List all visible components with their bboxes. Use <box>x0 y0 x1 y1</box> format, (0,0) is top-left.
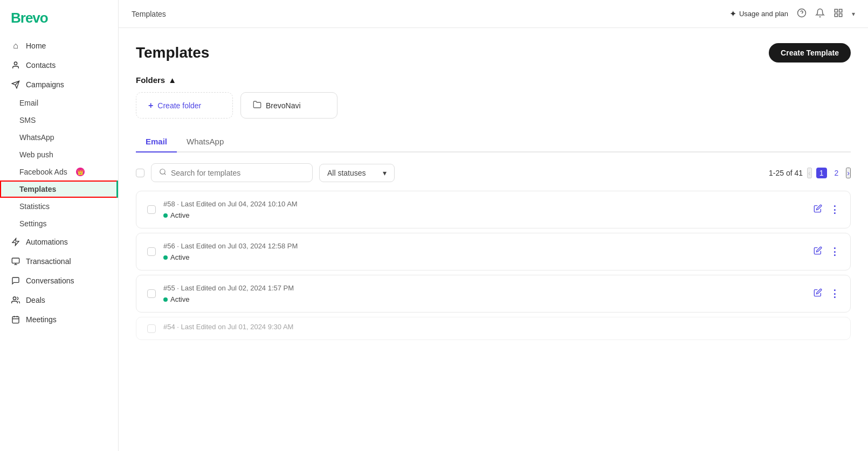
sidebar-label-home: Home <box>26 41 46 50</box>
create-folder-card[interactable]: + Create folder <box>136 92 233 119</box>
folders-label: Folders <box>136 75 165 85</box>
sidebar-item-settings[interactable]: Settings <box>0 215 118 232</box>
search-input[interactable] <box>171 169 305 177</box>
sidebar-label-email: Email <box>19 99 38 107</box>
template-checkbox[interactable] <box>147 289 156 298</box>
main-content: Templates ✦ Usage and plan ▾ Templates C… <box>119 0 868 451</box>
pagination-range: 1-25 of 41 <box>769 169 803 177</box>
template-checkbox[interactable] <box>147 247 156 256</box>
sidebar-label-statistics: Statistics <box>19 202 50 211</box>
sidebar-item-webpush[interactable]: Web push <box>0 146 118 163</box>
edit-icon[interactable] <box>814 246 822 257</box>
sidebar-nav: ⌂ Home Contacts Campaigns Email SMS What… <box>0 34 118 331</box>
filter-row: All statuses ▾ 1-25 of 41 ‹ 1 2 › <box>136 163 851 182</box>
tab-email[interactable]: Email <box>136 131 177 152</box>
status-dropdown-label: All statuses <box>327 169 366 177</box>
sidebar-item-transactional[interactable]: Transactional <box>0 252 118 271</box>
svg-rect-17 <box>835 13 837 16</box>
next-page-button[interactable]: › <box>846 168 851 178</box>
svg-rect-14 <box>835 9 837 12</box>
svg-rect-4 <box>12 258 19 263</box>
folder-name: BrevoNavi <box>266 101 301 110</box>
search-box <box>151 163 313 182</box>
status-label: Active <box>170 211 189 219</box>
help-icon[interactable] <box>797 8 807 20</box>
sidebar-item-deals[interactable]: Deals <box>0 290 118 310</box>
sidebar-label-contacts: Contacts <box>26 61 56 70</box>
svg-line-19 <box>164 174 166 175</box>
select-all-checkbox[interactable] <box>136 169 144 177</box>
sidebar-item-facebook-ads[interactable]: Facebook Ads 👑 <box>0 163 118 181</box>
edit-icon[interactable] <box>814 288 822 299</box>
sidebar-item-campaigns[interactable]: Campaigns <box>0 75 118 94</box>
sidebar-item-meetings[interactable]: Meetings <box>0 310 118 329</box>
sidebar-label-templates: Templates <box>19 185 56 193</box>
transactional-icon <box>11 256 20 266</box>
template-item: #58 · Last Edited on Jul 04, 2024 10:10 … <box>136 191 851 228</box>
facebook-ads-badge: 👑 <box>76 168 85 176</box>
sidebar-label-whatsapp: WhatsApp <box>19 133 54 142</box>
sidebar-label-deals: Deals <box>26 296 45 304</box>
usage-and-plan-button[interactable]: ✦ Usage and plan <box>729 9 788 19</box>
more-options-icon[interactable]: ⋮ <box>830 246 839 258</box>
template-status: Active <box>163 295 806 303</box>
conversations-icon <box>11 276 20 286</box>
grid-icon[interactable] <box>833 8 843 20</box>
sidebar-item-automations[interactable]: Automations <box>0 232 118 252</box>
template-meta: #56 · Last Edited on Jul 03, 2024 12:58 … <box>163 242 806 250</box>
sidebar-label-transactional: Transactional <box>26 257 71 266</box>
search-icon <box>159 168 167 177</box>
usage-plan-icon: ✦ <box>729 9 736 19</box>
notifications-icon[interactable] <box>815 8 825 20</box>
content-area: Templates Create Template Folders ▲ + Cr… <box>119 28 868 451</box>
sidebar-item-contacts[interactable]: Contacts <box>0 55 118 75</box>
folders-header[interactable]: Folders ▲ <box>136 75 851 85</box>
template-checkbox[interactable] <box>147 324 156 333</box>
svg-rect-15 <box>839 9 842 12</box>
brand-logo[interactable]: Brevo <box>0 0 118 34</box>
edit-icon[interactable] <box>814 204 822 215</box>
template-actions: ⋮ <box>814 246 839 258</box>
more-options-icon[interactable]: ⋮ <box>830 204 839 216</box>
svg-point-7 <box>13 297 16 300</box>
content-tabs: Email WhatsApp <box>136 131 851 152</box>
template-item: #55 · Last Edited on Jul 02, 2024 1:57 P… <box>136 275 851 313</box>
folder-icon <box>253 100 261 110</box>
sidebar-item-whatsapp[interactable]: WhatsApp <box>0 129 118 146</box>
template-actions: ⋮ <box>814 204 839 216</box>
folders-list: + Create folder BrevoNavi <box>136 92 851 119</box>
create-template-button[interactable]: Create Template <box>769 43 851 63</box>
template-item: #56 · Last Edited on Jul 03, 2024 12:58 … <box>136 233 851 270</box>
sidebar-item-home[interactable]: ⌂ Home <box>0 36 118 55</box>
sidebar-item-email[interactable]: Email <box>0 94 118 112</box>
template-meta: #55 · Last Edited on Jul 02, 2024 1:57 P… <box>163 284 806 292</box>
status-label: Active <box>170 253 189 261</box>
sidebar-item-conversations[interactable]: Conversations <box>0 271 118 290</box>
template-status: Active <box>163 211 806 219</box>
sidebar-label-automations: Automations <box>26 238 68 246</box>
sidebar-item-statistics[interactable]: Statistics <box>0 198 118 215</box>
tab-whatsapp[interactable]: WhatsApp <box>177 131 233 152</box>
prev-page-button[interactable]: ‹ <box>807 168 812 178</box>
folder-breviNavi[interactable]: BrevoNavi <box>240 92 337 119</box>
page-1-button[interactable]: 1 <box>816 168 827 178</box>
page-2-button[interactable]: 2 <box>831 168 842 178</box>
sidebar-item-sms[interactable]: SMS <box>0 112 118 129</box>
template-info: #56 · Last Edited on Jul 03, 2024 12:58 … <box>163 242 806 261</box>
deals-icon <box>11 295 20 305</box>
more-options-icon[interactable]: ⋮ <box>830 288 839 300</box>
status-dropdown[interactable]: All statuses ▾ <box>319 164 395 182</box>
status-label: Active <box>170 295 189 303</box>
profile-chevron-icon[interactable]: ▾ <box>852 10 855 18</box>
sidebar-item-templates[interactable]: Templates <box>0 181 118 198</box>
sidebar-label-settings: Settings <box>19 219 47 228</box>
folders-chevron-icon: ▲ <box>168 75 176 85</box>
home-icon: ⌂ <box>11 41 20 51</box>
page-header: Templates Create Template <box>136 43 851 63</box>
status-dot <box>163 297 168 302</box>
template-checkbox[interactable] <box>147 205 156 214</box>
sidebar-label-meetings: Meetings <box>26 315 57 324</box>
templates-list: #58 · Last Edited on Jul 04, 2024 10:10 … <box>136 191 851 344</box>
contacts-icon <box>11 60 20 70</box>
topbar-title: Templates <box>132 10 166 18</box>
